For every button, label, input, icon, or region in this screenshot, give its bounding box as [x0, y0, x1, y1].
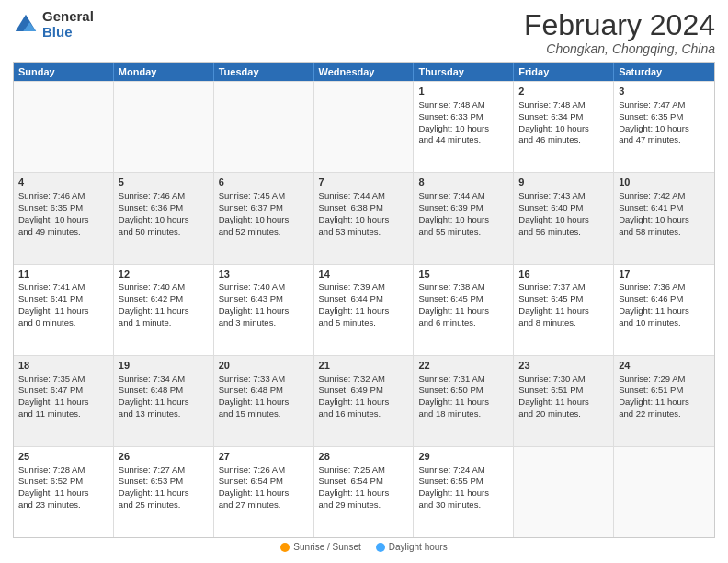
header: General Blue February 2024 Chongkan, Cho…: [13, 9, 715, 56]
empty-cell: [314, 82, 415, 172]
logo-icon: [13, 12, 39, 38]
calendar-header: SundayMondayTuesdayWednesdayThursdayFrid…: [14, 63, 714, 81]
day-number-20: 20: [219, 359, 309, 373]
day-number-16: 16: [518, 268, 609, 282]
day-number-28: 28: [319, 450, 409, 464]
calendar-row-1: 1Sunrise: 7:48 AM Sunset: 6:33 PM Daylig…: [14, 81, 714, 172]
day-cell-24: 24Sunrise: 7:29 AM Sunset: 6:51 PM Dayli…: [614, 356, 714, 446]
calendar-row-5: 25Sunrise: 7:28 AM Sunset: 6:52 PM Dayli…: [14, 446, 714, 537]
day-number-4: 4: [18, 176, 108, 190]
daylight-dot: [376, 543, 385, 552]
calendar-row-2: 4Sunrise: 7:46 AM Sunset: 6:35 PM Daylig…: [14, 172, 714, 263]
weekday-header-thursday: Thursday: [414, 63, 514, 81]
logo-general: General: [42, 9, 94, 25]
calendar-row-4: 18Sunrise: 7:35 AM Sunset: 6:47 PM Dayli…: [14, 355, 714, 446]
page: General Blue February 2024 Chongkan, Cho…: [0, 0, 728, 563]
day-cell-20: 20Sunrise: 7:33 AM Sunset: 6:48 PM Dayli…: [214, 356, 314, 446]
calendar: SundayMondayTuesdayWednesdayThursdayFrid…: [13, 62, 715, 538]
day-info-3: Sunrise: 7:47 AM Sunset: 6:35 PM Dayligh…: [619, 99, 689, 144]
day-info-8: Sunrise: 7:44 AM Sunset: 6:39 PM Dayligh…: [418, 190, 489, 236]
day-cell-12: 12Sunrise: 7:40 AM Sunset: 6:42 PM Dayli…: [114, 265, 214, 355]
day-cell-19: 19Sunrise: 7:34 AM Sunset: 6:48 PM Dayli…: [114, 356, 214, 446]
day-number-14: 14: [319, 268, 409, 282]
day-cell-23: 23Sunrise: 7:30 AM Sunset: 6:51 PM Dayli…: [514, 356, 614, 446]
day-info-7: Sunrise: 7:44 AM Sunset: 6:38 PM Dayligh…: [319, 190, 390, 236]
legend: Sunrise / Sunset Daylight hours: [13, 538, 715, 554]
day-number-29: 29: [418, 450, 508, 464]
day-number-26: 26: [119, 450, 209, 464]
day-info-10: Sunrise: 7:42 AM Sunset: 6:41 PM Dayligh…: [619, 190, 689, 236]
day-cell-1: 1Sunrise: 7:48 AM Sunset: 6:33 PM Daylig…: [414, 82, 514, 172]
empty-cell: [614, 447, 714, 537]
day-cell-4: 4Sunrise: 7:46 AM Sunset: 6:35 PM Daylig…: [14, 173, 114, 263]
day-cell-29: 29Sunrise: 7:24 AM Sunset: 6:55 PM Dayli…: [414, 447, 514, 537]
day-number-15: 15: [418, 268, 508, 282]
day-info-28: Sunrise: 7:25 AM Sunset: 6:54 PM Dayligh…: [319, 465, 390, 510]
day-info-1: Sunrise: 7:48 AM Sunset: 6:33 PM Dayligh…: [418, 99, 489, 144]
day-cell-11: 11Sunrise: 7:41 AM Sunset: 6:41 PM Dayli…: [14, 265, 114, 355]
day-info-15: Sunrise: 7:38 AM Sunset: 6:45 PM Dayligh…: [418, 282, 489, 327]
weekday-header-sunday: Sunday: [14, 63, 114, 81]
day-cell-22: 22Sunrise: 7:31 AM Sunset: 6:50 PM Dayli…: [414, 356, 514, 446]
day-number-7: 7: [319, 176, 409, 190]
day-cell-21: 21Sunrise: 7:32 AM Sunset: 6:49 PM Dayli…: [314, 356, 415, 446]
logo-text: General Blue: [42, 9, 94, 40]
sunrise-dot: [280, 543, 290, 552]
empty-cell: [514, 447, 614, 537]
day-number-5: 5: [119, 176, 209, 190]
day-info-25: Sunrise: 7:28 AM Sunset: 6:52 PM Dayligh…: [18, 465, 89, 510]
day-info-12: Sunrise: 7:40 AM Sunset: 6:42 PM Dayligh…: [119, 282, 189, 327]
weekday-header-monday: Monday: [114, 63, 214, 81]
day-cell-17: 17Sunrise: 7:36 AM Sunset: 6:46 PM Dayli…: [614, 265, 714, 355]
weekday-header-friday: Friday: [514, 63, 614, 81]
month-year-title: February 2024: [524, 9, 715, 41]
day-cell-8: 8Sunrise: 7:44 AM Sunset: 6:39 PM Daylig…: [414, 173, 514, 263]
day-number-25: 25: [18, 450, 108, 464]
day-cell-9: 9Sunrise: 7:43 AM Sunset: 6:40 PM Daylig…: [514, 173, 614, 263]
day-cell-16: 16Sunrise: 7:37 AM Sunset: 6:45 PM Dayli…: [514, 265, 614, 355]
day-number-19: 19: [119, 359, 209, 373]
weekday-header-wednesday: Wednesday: [314, 63, 415, 81]
day-info-27: Sunrise: 7:26 AM Sunset: 6:54 PM Dayligh…: [219, 465, 290, 510]
calendar-body: 1Sunrise: 7:48 AM Sunset: 6:33 PM Daylig…: [14, 81, 714, 537]
day-number-23: 23: [518, 359, 609, 373]
day-cell-10: 10Sunrise: 7:42 AM Sunset: 6:41 PM Dayli…: [614, 173, 714, 263]
day-number-18: 18: [18, 359, 108, 373]
day-cell-18: 18Sunrise: 7:35 AM Sunset: 6:47 PM Dayli…: [14, 356, 114, 446]
day-number-8: 8: [418, 176, 508, 190]
day-info-26: Sunrise: 7:27 AM Sunset: 6:53 PM Dayligh…: [119, 465, 189, 510]
day-number-12: 12: [119, 268, 209, 282]
day-cell-5: 5Sunrise: 7:46 AM Sunset: 6:36 PM Daylig…: [114, 173, 214, 263]
day-info-16: Sunrise: 7:37 AM Sunset: 6:45 PM Dayligh…: [518, 282, 589, 327]
empty-cell: [14, 82, 114, 172]
day-cell-2: 2Sunrise: 7:48 AM Sunset: 6:34 PM Daylig…: [514, 82, 614, 172]
day-cell-28: 28Sunrise: 7:25 AM Sunset: 6:54 PM Dayli…: [314, 447, 415, 537]
title-block: February 2024 Chongkan, Chongqing, China: [524, 9, 715, 56]
day-cell-6: 6Sunrise: 7:45 AM Sunset: 6:37 PM Daylig…: [214, 173, 314, 263]
day-number-2: 2: [518, 85, 609, 98]
day-cell-14: 14Sunrise: 7:39 AM Sunset: 6:44 PM Dayli…: [314, 265, 415, 355]
day-info-14: Sunrise: 7:39 AM Sunset: 6:44 PM Dayligh…: [319, 282, 390, 327]
day-info-24: Sunrise: 7:29 AM Sunset: 6:51 PM Dayligh…: [619, 373, 689, 419]
day-number-6: 6: [219, 176, 309, 190]
day-cell-26: 26Sunrise: 7:27 AM Sunset: 6:53 PM Dayli…: [114, 447, 214, 537]
day-number-21: 21: [319, 359, 409, 373]
day-cell-3: 3Sunrise: 7:47 AM Sunset: 6:35 PM Daylig…: [614, 82, 714, 172]
empty-cell: [214, 82, 314, 172]
day-number-9: 9: [518, 176, 609, 190]
day-info-2: Sunrise: 7:48 AM Sunset: 6:34 PM Dayligh…: [518, 99, 589, 144]
day-info-29: Sunrise: 7:24 AM Sunset: 6:55 PM Dayligh…: [418, 465, 489, 510]
day-info-13: Sunrise: 7:40 AM Sunset: 6:43 PM Dayligh…: [219, 282, 290, 327]
day-info-9: Sunrise: 7:43 AM Sunset: 6:40 PM Dayligh…: [518, 190, 589, 236]
day-cell-15: 15Sunrise: 7:38 AM Sunset: 6:45 PM Dayli…: [414, 265, 514, 355]
day-info-22: Sunrise: 7:31 AM Sunset: 6:50 PM Dayligh…: [418, 373, 489, 419]
day-info-19: Sunrise: 7:34 AM Sunset: 6:48 PM Dayligh…: [119, 373, 189, 419]
logo: General Blue: [13, 9, 94, 40]
weekday-header-saturday: Saturday: [614, 63, 714, 81]
day-number-11: 11: [18, 268, 108, 282]
logo-blue: Blue: [42, 25, 94, 40]
day-number-17: 17: [619, 268, 710, 282]
legend-daylight-label: Daylight hours: [389, 542, 448, 552]
day-number-13: 13: [219, 268, 309, 282]
day-number-24: 24: [619, 359, 710, 373]
